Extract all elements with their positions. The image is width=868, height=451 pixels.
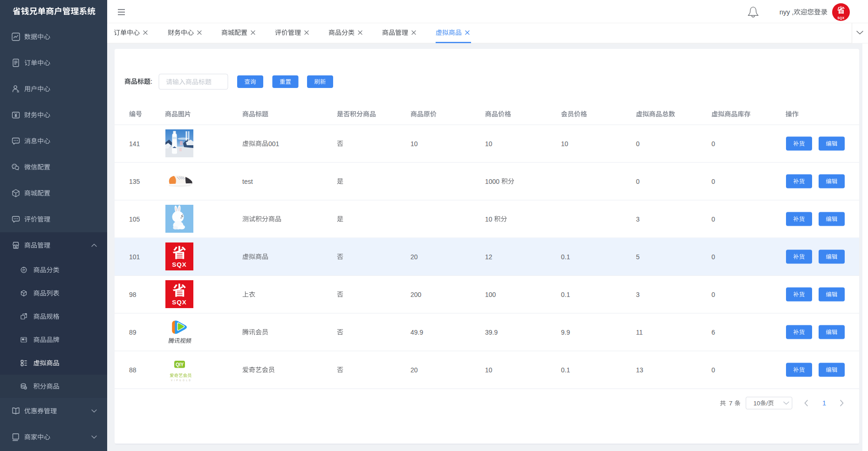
svg-text:0: 0 xyxy=(711,291,715,298)
svg-text:11: 11 xyxy=(636,329,643,336)
svg-text:105: 105 xyxy=(129,215,140,223)
svg-text:9.9: 9.9 xyxy=(561,329,570,336)
svg-text:0: 0 xyxy=(636,178,640,185)
svg-text:13: 13 xyxy=(636,366,643,374)
svg-text:0.1: 0.1 xyxy=(561,291,570,298)
svg-text:12: 12 xyxy=(485,253,492,261)
svg-text:200: 200 xyxy=(410,291,422,298)
svg-text:SQX: SQX xyxy=(837,16,844,20)
svg-text:0: 0 xyxy=(711,253,715,261)
svg-text:SQX: SQX xyxy=(172,299,187,306)
svg-text:10: 10 xyxy=(753,400,760,407)
svg-text:1: 1 xyxy=(822,399,826,407)
svg-text:/: / xyxy=(766,400,768,407)
svg-text:135: 135 xyxy=(129,178,140,185)
svg-text:20: 20 xyxy=(410,253,418,261)
svg-text:5: 5 xyxy=(636,253,640,261)
svg-text:1000: 1000 xyxy=(485,178,499,185)
svg-text:0: 0 xyxy=(711,140,715,148)
svg-text:001: 001 xyxy=(268,140,280,148)
svg-text:10: 10 xyxy=(561,140,568,148)
svg-text:6: 6 xyxy=(711,329,715,336)
svg-text:3: 3 xyxy=(636,215,640,223)
svg-text:10: 10 xyxy=(410,140,418,148)
svg-text:0: 0 xyxy=(711,178,715,185)
svg-text:0.1: 0.1 xyxy=(561,366,570,374)
svg-text:101: 101 xyxy=(129,253,140,261)
svg-text:10: 10 xyxy=(485,366,492,374)
svg-text:SQX: SQX xyxy=(172,261,187,268)
svg-text:39.9: 39.9 xyxy=(485,329,498,336)
svg-text:100: 100 xyxy=(485,291,496,298)
svg-text:QIY: QIY xyxy=(176,362,184,367)
svg-text:0: 0 xyxy=(711,215,715,223)
svg-text:0.1: 0.1 xyxy=(561,253,570,261)
svg-text:7: 7 xyxy=(729,400,733,407)
svg-text:141: 141 xyxy=(129,140,140,148)
svg-text:test: test xyxy=(242,178,253,185)
svg-text:V I P G O L D: V I P G O L D xyxy=(171,379,191,382)
svg-text:nyy ,: nyy , xyxy=(779,8,794,16)
svg-text:89: 89 xyxy=(129,329,137,336)
svg-text:10: 10 xyxy=(485,140,492,148)
svg-text:3: 3 xyxy=(636,291,640,298)
svg-text::: : xyxy=(150,78,152,85)
svg-text:98: 98 xyxy=(129,291,137,298)
svg-text:0: 0 xyxy=(711,366,715,374)
svg-text:10: 10 xyxy=(485,215,492,223)
svg-text:49.9: 49.9 xyxy=(410,329,423,336)
svg-text:88: 88 xyxy=(129,366,137,374)
svg-text:20: 20 xyxy=(410,366,418,374)
svg-text:0: 0 xyxy=(636,140,640,148)
